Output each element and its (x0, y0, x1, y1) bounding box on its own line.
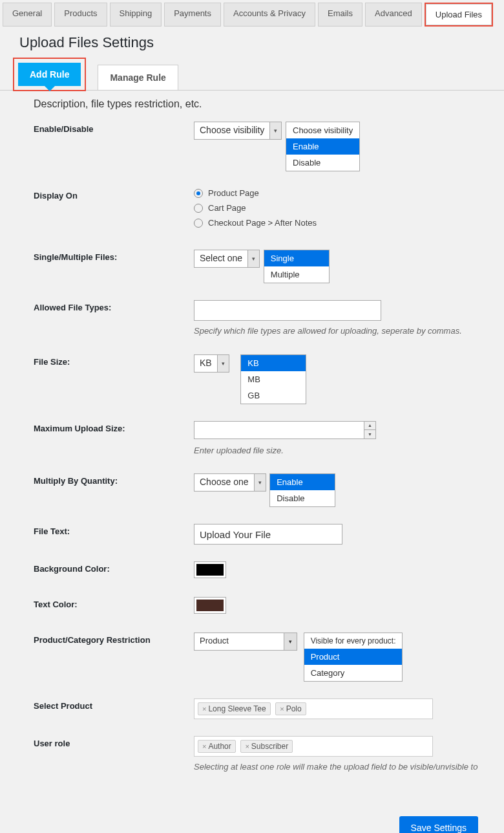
top-tabs: General Products Shipping Payments Accou… (0, 0, 504, 27)
input-allowed-types[interactable] (194, 300, 381, 321)
tag-role-2[interactable]: ×Subscriber (240, 740, 293, 753)
select-file-size-unit[interactable]: KB ▾ (194, 354, 229, 373)
chevron-down-icon: ▾ (247, 250, 259, 267)
tag-input-roles[interactable]: ×Author ×Subscriber (194, 736, 433, 757)
tab-payments[interactable]: Payments (164, 3, 221, 27)
tab-upload-files[interactable]: Upload Files (426, 4, 492, 25)
select-restriction[interactable]: Product ▾ (194, 633, 297, 651)
tab-emails[interactable]: Emails (318, 3, 362, 27)
chevron-down-icon: ▾ (284, 633, 297, 650)
radio-icon (194, 204, 203, 213)
tab-advanced[interactable]: Advanced (365, 3, 422, 27)
close-icon[interactable]: × (280, 705, 284, 713)
chevron-down-icon: ▾ (254, 474, 266, 491)
fs-opt-mb[interactable]: MB (241, 371, 306, 387)
mq-opt-disable[interactable]: Disable (270, 490, 335, 506)
radio-cart-page[interactable]: Cart Page (194, 203, 491, 213)
close-icon[interactable]: × (202, 705, 206, 713)
color-input-bg[interactable] (194, 561, 226, 578)
dropdown-multiply-qty: Enable Disable (269, 473, 335, 507)
sm-opt-single[interactable]: Single (264, 250, 329, 266)
radio-product-page[interactable]: Product Page (194, 188, 491, 198)
restriction-opt-product[interactable]: Product (304, 649, 403, 665)
tag-role-1[interactable]: ×Author (198, 740, 236, 753)
tag-product-1[interactable]: ×Long Sleeve Tee (198, 702, 271, 715)
helper-allowed-types: Specify which file types are allowed for… (194, 325, 491, 338)
tab-products[interactable]: Products (54, 3, 107, 27)
radio-icon (194, 189, 203, 198)
tag-product-2[interactable]: ×Polo (275, 702, 306, 715)
subtab-manage-rule[interactable]: Manage Rule (98, 65, 178, 90)
tab-general[interactable]: General (3, 3, 52, 27)
save-settings-button[interactable]: Save Settings (399, 816, 478, 834)
label-single-multiple: Single/Multiple Files: (34, 250, 194, 262)
close-icon[interactable]: × (202, 742, 206, 750)
color-swatch-text (196, 600, 224, 611)
visibility-opt-placeholder[interactable]: Choose visibility (286, 122, 359, 138)
dropdown-visibility: Choose visibility Enable Disable (286, 122, 360, 171)
chevron-up-icon: ▲ (364, 422, 375, 431)
dropdown-single-multiple: Single Multiple (264, 250, 330, 283)
tab-accounts[interactable]: Accounts & Privacy (224, 3, 315, 27)
label-max-upload: Maximum Upload Size: (34, 421, 194, 433)
label-select-product: Select Product (34, 698, 194, 711)
radio-checkout-page[interactable]: Checkout Page > After Notes (194, 218, 491, 228)
label-multiply-qty: Multiply By Quantity: (34, 473, 194, 486)
sm-opt-multiple[interactable]: Multiple (264, 266, 329, 283)
label-enable-disable: Enable/Disable (34, 122, 194, 134)
mq-opt-enable[interactable]: Enable (270, 474, 335, 490)
subtab-add-rule[interactable]: Add Rule (18, 63, 81, 86)
label-user-role: User role (34, 736, 194, 748)
label-allowed-types: Allowed File Types: (34, 300, 194, 312)
chevron-down-icon: ▼ (364, 430, 375, 438)
close-icon[interactable]: × (245, 742, 249, 750)
color-swatch-bg (196, 564, 224, 576)
label-restriction: Product/Category Restriction (34, 633, 194, 645)
form-table: Enable/Disable Choose visibility ▾ Choos… (0, 122, 504, 810)
tab-shipping[interactable]: Shipping (110, 3, 162, 27)
chevron-down-icon: ▾ (269, 122, 281, 139)
tag-input-products[interactable]: ×Long Sleeve Tee ×Polo (194, 698, 433, 719)
select-single-multiple[interactable]: Select one ▾ (194, 250, 260, 268)
number-stepper[interactable]: ▲ ▼ (364, 422, 375, 438)
page-title: Upload Files Settings (0, 27, 504, 58)
label-file-text: File Text: (34, 524, 194, 536)
helper-max-upload: Enter uploaded file size. (194, 444, 491, 457)
dropdown-file-size: KB MB GB (240, 354, 306, 404)
visibility-opt-disable[interactable]: Disable (286, 155, 359, 171)
highlight-add-rule: Add Rule (13, 58, 86, 91)
sub-tabs: Add Rule Manage Rule (0, 58, 504, 91)
select-multiply-qty[interactable]: Choose one ▾ (194, 473, 266, 492)
fs-opt-gb[interactable]: GB (241, 387, 306, 404)
label-file-size: File Size: (34, 354, 194, 367)
select-visibility[interactable]: Choose visibility ▾ (194, 122, 282, 140)
input-file-text[interactable] (194, 524, 342, 545)
restriction-opt-category[interactable]: Category (304, 665, 403, 681)
section-description: Description, file types restriction, etc… (0, 91, 504, 122)
helper-roles: Selecting at least one role will make th… (194, 761, 491, 774)
label-text-color: Text Color: (34, 597, 194, 609)
fs-opt-kb[interactable]: KB (241, 355, 306, 371)
radio-icon (194, 219, 203, 228)
input-max-upload[interactable]: ▲ ▼ (194, 421, 376, 439)
chevron-down-icon: ▾ (217, 355, 229, 372)
label-display-on: Display On (34, 188, 194, 200)
visibility-opt-enable[interactable]: Enable (286, 138, 359, 155)
color-input-text[interactable] (194, 597, 226, 614)
restriction-opt-every[interactable]: Visible for every product: (304, 633, 403, 649)
save-row: Save Settings (0, 810, 504, 834)
dropdown-restriction: Visible for every product: Product Categ… (304, 633, 403, 682)
highlight-upload-tab: Upload Files (425, 3, 493, 27)
label-bg-color: Background Color: (34, 561, 194, 574)
